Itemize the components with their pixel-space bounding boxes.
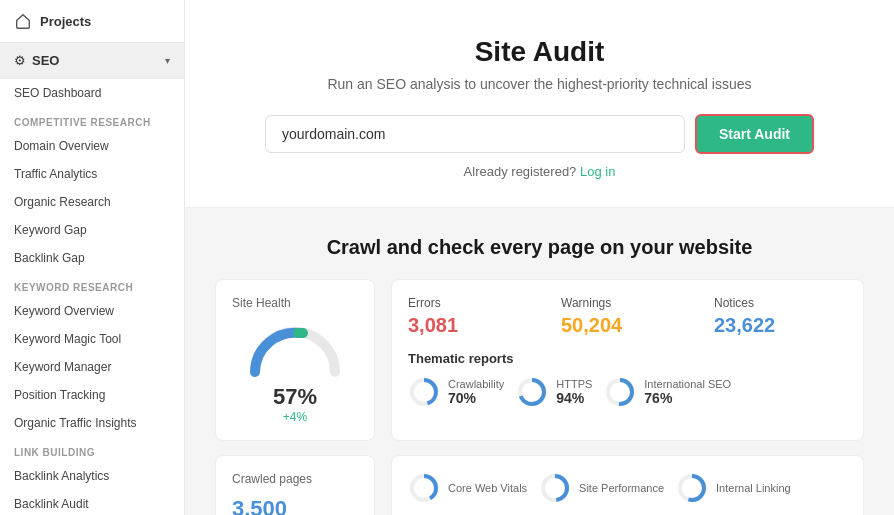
- home-icon: [14, 12, 32, 30]
- already-registered-text: Already registered?: [464, 164, 577, 179]
- section-competitive-research: COMPETITIVE RESEARCH: [0, 107, 184, 132]
- international-seo-donut: [604, 376, 636, 408]
- start-audit-button[interactable]: Start Audit: [695, 114, 814, 154]
- core-web-vitals-info: Core Web Vitals: [448, 482, 527, 494]
- hero-section: Site Audit Run an SEO analysis to uncove…: [185, 0, 894, 208]
- seo-icon: ⚙: [14, 53, 26, 68]
- log-in-link[interactable]: Log in: [580, 164, 615, 179]
- crawled-value: 3,500: [232, 496, 358, 515]
- core-web-vitals-donut: [408, 472, 440, 504]
- warnings-value: 50,204: [561, 314, 694, 337]
- site-health-card: Site Health 57% +4%: [215, 279, 375, 441]
- internal-linking-donut: [676, 472, 708, 504]
- seo-section-header[interactable]: ⚙ SEO ▾: [0, 43, 184, 79]
- site-performance-info: Site Performance: [579, 482, 664, 494]
- sidebar-item-backlink-gap[interactable]: Backlink Gap: [0, 244, 184, 272]
- sidebar: Projects ⚙ SEO ▾ SEO Dashboard COMPETITI…: [0, 0, 185, 515]
- notices-label: Notices: [714, 296, 847, 310]
- thematic-title: Thematic reports: [408, 351, 847, 366]
- sidebar-item-organic-research[interactable]: Organic Research: [0, 188, 184, 216]
- crawled-pages-card: Crawled pages 3,500: [215, 455, 375, 515]
- notices-value: 23,622: [714, 314, 847, 337]
- warnings-label: Warnings: [561, 296, 694, 310]
- crawlability-donut: [408, 376, 440, 408]
- crawlability-info: Crawlability 70%: [448, 378, 504, 406]
- content-section: Crawl and check every page on your websi…: [185, 208, 894, 515]
- thematic-site-performance: Site Performance: [539, 472, 664, 504]
- stats-card: Errors 3,081 Warnings 50,204 Notices 23,…: [391, 279, 864, 441]
- seo-label: SEO: [32, 53, 165, 68]
- sidebar-item-domain-overview[interactable]: Domain Overview: [0, 132, 184, 160]
- internal-linking-info: Internal Linking: [716, 482, 791, 494]
- projects-header[interactable]: Projects: [0, 0, 184, 43]
- page-title: Site Audit: [225, 36, 854, 68]
- cards-row: Site Health 57% +4%: [215, 279, 864, 441]
- sidebar-item-keyword-manager[interactable]: Keyword Manager: [0, 353, 184, 381]
- international-seo-info: International SEO 76%: [644, 378, 731, 406]
- sidebar-item-keyword-overview[interactable]: Keyword Overview: [0, 297, 184, 325]
- stats-row: Errors 3,081 Warnings 50,204 Notices 23,…: [408, 296, 847, 337]
- crawled-label: Crawled pages: [232, 472, 358, 486]
- sidebar-item-position-tracking[interactable]: Position Tracking: [0, 381, 184, 409]
- sidebar-item-seo-dashboard[interactable]: SEO Dashboard: [0, 79, 184, 107]
- section-keyword-research: KEYWORD RESEARCH: [0, 272, 184, 297]
- errors-stat: Errors 3,081: [408, 296, 541, 337]
- site-health-label: Site Health: [232, 296, 358, 310]
- notices-stat: Notices 23,622: [714, 296, 847, 337]
- more-thematic-card: Core Web Vitals Site Performance: [391, 455, 864, 515]
- thematic-internal-linking: Internal Linking: [676, 472, 791, 504]
- sidebar-item-keyword-magic-tool[interactable]: Keyword Magic Tool: [0, 325, 184, 353]
- thematic-crawlability: Crawlability 70%: [408, 376, 504, 408]
- chevron-down-icon: ▾: [165, 55, 170, 66]
- site-performance-donut: [539, 472, 571, 504]
- gauge-chart: [245, 320, 345, 380]
- domain-input[interactable]: [265, 115, 685, 153]
- thematic-core-web-vitals: Core Web Vitals: [408, 472, 527, 504]
- warnings-stat: Warnings 50,204: [561, 296, 694, 337]
- gauge-container: 57% +4%: [232, 320, 358, 424]
- thematic-international-seo: International SEO 76%: [604, 376, 731, 408]
- https-info: HTTPS 94%: [556, 378, 592, 406]
- https-donut: [516, 376, 548, 408]
- sidebar-item-organic-traffic-insights[interactable]: Organic Traffic Insights: [0, 409, 184, 437]
- sidebar-item-keyword-gap[interactable]: Keyword Gap: [0, 216, 184, 244]
- sidebar-item-backlink-audit[interactable]: Backlink Audit: [0, 490, 184, 515]
- site-health-percent: 57%: [273, 384, 317, 410]
- errors-value: 3,081: [408, 314, 541, 337]
- more-thematic-row: Core Web Vitals Site Performance: [408, 472, 847, 504]
- errors-label: Errors: [408, 296, 541, 310]
- sidebar-item-traffic-analytics[interactable]: Traffic Analytics: [0, 160, 184, 188]
- main-content: Site Audit Run an SEO analysis to uncove…: [185, 0, 894, 515]
- site-health-change: +4%: [283, 410, 307, 424]
- sidebar-item-backlink-analytics[interactable]: Backlink Analytics: [0, 462, 184, 490]
- bottom-row: Crawled pages 3,500: [215, 455, 864, 515]
- hero-subtitle: Run an SEO analysis to uncover the highe…: [225, 76, 854, 92]
- content-title: Crawl and check every page on your websi…: [215, 236, 864, 259]
- hero-input-row: Start Audit: [225, 114, 854, 154]
- projects-label: Projects: [40, 14, 91, 29]
- thematic-row: Crawlability 70% HTTPS 94%: [408, 376, 847, 408]
- already-registered-row: Already registered? Log in: [225, 164, 854, 179]
- thematic-https: HTTPS 94%: [516, 376, 592, 408]
- section-link-building: LINK BUILDING: [0, 437, 184, 462]
